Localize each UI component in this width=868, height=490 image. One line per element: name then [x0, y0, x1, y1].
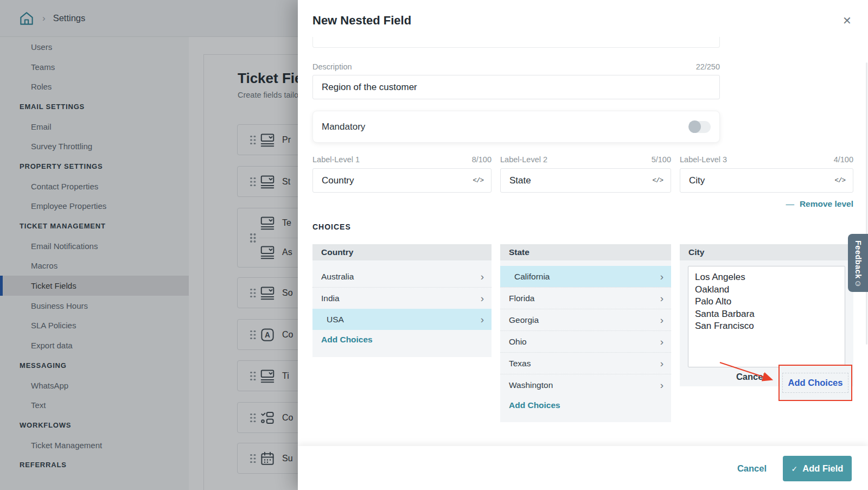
choice-item[interactable]: Georgia › [500, 309, 671, 330]
code-icon[interactable]: </> [834, 177, 845, 184]
chevron-right-icon: › [660, 271, 663, 282]
modal-title: New Nested Field [312, 14, 411, 28]
level-3-label: Label-Level 3 [680, 155, 727, 164]
city-cancel-button[interactable]: Cancel [736, 372, 765, 382]
remove-level-link[interactable]: —Remove level [680, 199, 853, 209]
toggle-knob [688, 120, 701, 133]
choices-column-state: State California › Florida › Georgia [500, 244, 671, 422]
feedback-tab[interactable]: Feedback ☺ [848, 234, 868, 292]
modal-scrollbar[interactable] [866, 62, 867, 345]
choice-item[interactable]: India › [312, 287, 492, 309]
mandatory-toggle[interactable] [689, 121, 711, 133]
code-icon[interactable]: </> [652, 177, 663, 184]
level-2-field: Label-Level 2 5/100 State </> [500, 155, 671, 193]
state-column-header: State [500, 244, 671, 260]
level-1-input[interactable]: Country </> [312, 168, 492, 193]
level-1-counter: 8/100 [472, 155, 492, 164]
level-3-counter: 4/100 [834, 155, 853, 164]
close-icon[interactable]: ✕ [843, 15, 852, 26]
new-nested-field-modal: New Nested Field ✕ Description 22/250 Re… [298, 0, 868, 490]
level-3-input[interactable]: City </> [680, 168, 853, 193]
state-choice-list: California › Florida › Georgia › Oh [500, 260, 671, 396]
add-field-button[interactable]: ✓ Add Field [783, 456, 852, 481]
level-1-field: Label-Level 1 8/100 Country </> [312, 155, 492, 193]
chevron-right-icon: › [481, 271, 484, 282]
screen: › Settings Users Teams Roles EMAIL SETTI… [0, 0, 868, 490]
check-icon: ✓ [792, 464, 798, 473]
choice-item[interactable]: USA › [312, 309, 492, 330]
choices-column-country: Country Australia › India › USA [312, 244, 492, 357]
label-input-partial[interactable] [312, 37, 720, 48]
level-3-field: Label-Level 3 4/100 City </> [680, 155, 853, 193]
level-2-counter: 5/100 [652, 155, 671, 164]
annotation-highlight-box: Add Choices [778, 365, 852, 401]
modal-footer: Cancel ✓ Add Field [298, 446, 868, 490]
city-choices-textarea[interactable] [688, 266, 845, 367]
chevron-right-icon: › [481, 314, 484, 324]
choice-item[interactable]: Australia › [312, 266, 492, 287]
choice-item[interactable]: Texas › [500, 352, 671, 374]
chevron-right-icon: › [660, 293, 663, 303]
chevron-right-icon: › [660, 336, 663, 347]
choices-section-title: CHOICES [312, 222, 351, 231]
state-add-choices-link[interactable]: Add Choices [500, 396, 671, 415]
chevron-right-icon: › [660, 358, 663, 368]
choice-item[interactable]: Florida › [500, 287, 671, 309]
smiley-icon: ☺ [854, 279, 862, 287]
minus-icon: — [786, 199, 794, 208]
choice-item[interactable]: Washington › [500, 374, 671, 396]
description-counter: 22/250 [696, 62, 720, 71]
chevron-right-icon: › [481, 293, 484, 303]
country-column-header: Country [312, 244, 492, 260]
mandatory-row: Mandatory [312, 111, 720, 143]
level-2-label: Label-Level 2 [500, 155, 547, 164]
choice-item[interactable]: California › [500, 266, 671, 287]
feedback-label: Feedback [854, 240, 863, 279]
choice-item[interactable]: Ohio › [500, 330, 671, 352]
level-2-input[interactable]: State </> [500, 168, 671, 193]
city-column-header: City [680, 244, 853, 260]
modal-cancel-button[interactable]: Cancel [737, 463, 767, 474]
description-input[interactable]: Region of the customer [312, 75, 720, 99]
mandatory-label: Mandatory [322, 122, 365, 132]
code-icon[interactable]: </> [473, 177, 483, 184]
description-label: Description [312, 62, 352, 71]
country-add-choices-link[interactable]: Add Choices [312, 330, 492, 349]
chevron-right-icon: › [660, 380, 663, 390]
chevron-right-icon: › [660, 315, 663, 325]
level-1-label: Label-Level 1 [312, 155, 360, 164]
country-choice-list: Australia › India › USA › [312, 260, 492, 330]
city-add-choices-button[interactable]: Add Choices [782, 373, 849, 393]
